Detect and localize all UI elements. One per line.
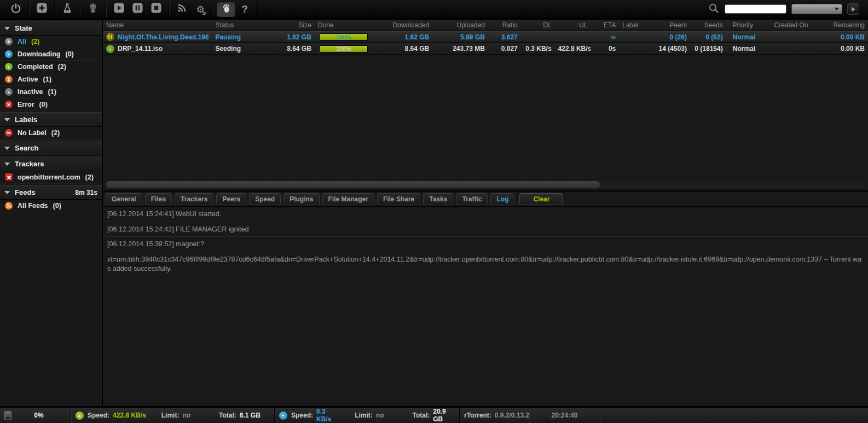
column-header-ratio[interactable]: Ratio — [488, 21, 521, 29]
scrollbar-thumb[interactable] — [106, 181, 600, 188]
torrent-ul-speed: 422.8 KB/s — [555, 45, 591, 53]
tab-trackers[interactable]: Trackers — [175, 193, 213, 205]
upload-speed-value: 422.8 KB/s — [113, 412, 146, 419]
rutorrent-app: ⚙⚙ ? — [0, 0, 868, 423]
rss-downloader-button[interactable] — [172, 2, 191, 17]
column-header-created-on[interactable]: Created On — [771, 21, 818, 29]
tab-traffic[interactable]: Traffic — [456, 193, 488, 205]
tab-speed[interactable]: Speed — [249, 193, 281, 205]
search-filter-select[interactable] — [791, 4, 842, 14]
column-header-eta[interactable]: ETA — [591, 21, 619, 29]
column-header-done[interactable]: Done — [315, 21, 373, 29]
torrent-remaining: 0.00 KB — [818, 33, 868, 41]
tab-file-share[interactable]: File Share — [377, 193, 420, 205]
settings-button[interactable]: ⚙⚙ — [191, 2, 210, 17]
torrent-status: Seeding — [212, 45, 267, 53]
column-header-dl[interactable]: DL — [521, 21, 555, 29]
log-entry: [06.12.2014 15:24:42] FILE MANAGER ignit… — [103, 222, 868, 237]
disk-space-segment: 0% — [0, 408, 71, 423]
column-header-downloaded[interactable]: Downloaded — [373, 21, 433, 29]
no-label-icon — [5, 129, 13, 137]
torrent-downloaded: 8.64 GB — [373, 45, 433, 53]
collapse-triangle-icon — [4, 163, 10, 166]
tab-tasks[interactable]: Tasks — [423, 193, 453, 205]
column-header-label[interactable]: Label — [619, 21, 649, 29]
add-torrent-button[interactable] — [32, 2, 51, 17]
seeding-status-icon: ▲ — [106, 45, 114, 53]
pause-icon — [132, 2, 143, 16]
active-icon: ↕ — [5, 76, 13, 83]
column-header-remaining[interactable]: Remaining — [818, 21, 868, 29]
torrent-seeds: 0 (62) — [690, 33, 726, 41]
tab-files[interactable]: Files — [145, 193, 172, 205]
tab-plugins[interactable]: Plugins — [283, 193, 319, 205]
torrent-priority: Normal — [726, 45, 771, 53]
table-row[interactable]: Night.Of.The.Living.Dead.1968. Pausing 1… — [103, 31, 868, 43]
download-stats-segment: ▼ Speed: 0.3 KB/s Limit: no Total: 20.9 … — [275, 408, 460, 423]
section-header-search[interactable]: Search — [0, 141, 102, 155]
play-icon — [113, 2, 125, 16]
search-go-button[interactable] — [847, 3, 859, 15]
download-speed-value: 0.3 KB/s — [316, 408, 339, 423]
detail-tabs: General Files Trackers Peers Speed Plugi… — [103, 190, 868, 207]
download-limit-value: no — [376, 412, 384, 419]
section-header-feeds[interactable]: Feeds 8m 31s — [0, 185, 102, 200]
help-button[interactable]: ? — [235, 2, 254, 17]
column-header-priority[interactable]: Priority — [726, 21, 771, 29]
torrent-peers: 14 (4503) — [649, 45, 690, 53]
tab-file-manager[interactable]: File Manager — [322, 193, 374, 205]
table-row[interactable]: ▲ DRP_14.11.iso Seeding 8.64 GB 100% 8.6… — [103, 43, 868, 55]
sidebar-item-tracker-openbittorrent[interactable]: openbittorrent.com (2) — [0, 171, 102, 184]
sidebar-item-active[interactable]: ↕ Active (1) — [0, 73, 102, 86]
sidebar-item-all[interactable]: * All (2) — [0, 36, 102, 48]
trash-icon — [88, 3, 99, 16]
sidebar-item-inactive[interactable]: ● Inactive (1) — [0, 86, 102, 98]
error-icon: × — [5, 101, 13, 108]
horizontal-scrollbar[interactable] — [106, 181, 865, 188]
pause-torrent-button[interactable] — [128, 2, 147, 17]
collapse-triangle-icon — [4, 147, 10, 150]
tab-log[interactable]: Log — [490, 193, 514, 205]
torrent-list: Name Status Size Done Downloaded Uploade… — [103, 20, 868, 190]
column-header-uploaded[interactable]: Uploaded — [432, 21, 488, 29]
stop-torrent-button[interactable] — [147, 2, 165, 17]
section-header-trackers[interactable]: Trackers — [0, 157, 102, 171]
torrent-name: Night.Of.The.Living.Dead.1968. — [118, 33, 209, 41]
torrent-priority: Normal — [726, 33, 771, 41]
start-torrent-button[interactable] — [109, 2, 128, 17]
inactive-icon: ● — [5, 88, 13, 96]
sidebar-item-completed[interactable]: ▲ Completed (2) — [0, 61, 102, 73]
rtorrent-version-value: 0.9.2/0.13.2 — [495, 412, 529, 419]
progress-bar: 100% — [320, 33, 368, 40]
sidebar-item-downloading[interactable]: ▼ Downloading (0) — [0, 48, 102, 61]
clear-log-button[interactable]: Clear — [519, 193, 563, 205]
tab-peers[interactable]: Peers — [216, 193, 246, 205]
sidebar-item-all-feeds[interactable]: All Feeds (0) — [0, 200, 102, 212]
column-header-status[interactable]: Status — [212, 21, 267, 29]
sidebar-item-no-label[interactable]: No Label (2) — [0, 127, 102, 140]
download-arrow-icon: ▼ — [279, 412, 287, 420]
torrent-downloaded: 1.62 GB — [373, 33, 433, 41]
toolbar: ⚙⚙ ? — [0, 0, 868, 20]
sidebar: State * All (2) ▼ Downloading (0) ▲ Comp… — [0, 20, 103, 406]
tracker-favicon — [5, 173, 13, 181]
flask-icon — [62, 3, 73, 16]
section-header-state[interactable]: State — [0, 21, 102, 36]
column-header-ul[interactable]: UL — [555, 21, 591, 29]
check-hash-button[interactable] — [58, 2, 77, 17]
column-header-name[interactable]: Name — [103, 21, 212, 29]
disk-usage-percent: 0% — [11, 412, 66, 419]
search-input[interactable] — [725, 4, 786, 14]
remove-torrent-button[interactable] — [84, 2, 102, 17]
torrent-uploaded: 243.73 MB — [432, 45, 488, 53]
column-header-peers[interactable]: Peers — [649, 21, 690, 29]
column-header-seeds[interactable]: Seeds — [690, 21, 726, 29]
tab-general[interactable]: General — [106, 193, 142, 205]
sidebar-item-error[interactable]: × Error (0) — [0, 98, 102, 111]
torrent-name: DRP_14.11.iso — [118, 45, 163, 53]
section-header-labels[interactable]: Labels — [0, 112, 102, 127]
column-header-size[interactable]: Size — [267, 21, 315, 29]
download-total-value: 20.9 GB — [433, 408, 455, 423]
power-button[interactable] — [7, 2, 25, 17]
rutorrent-logo-button[interactable] — [217, 2, 235, 17]
